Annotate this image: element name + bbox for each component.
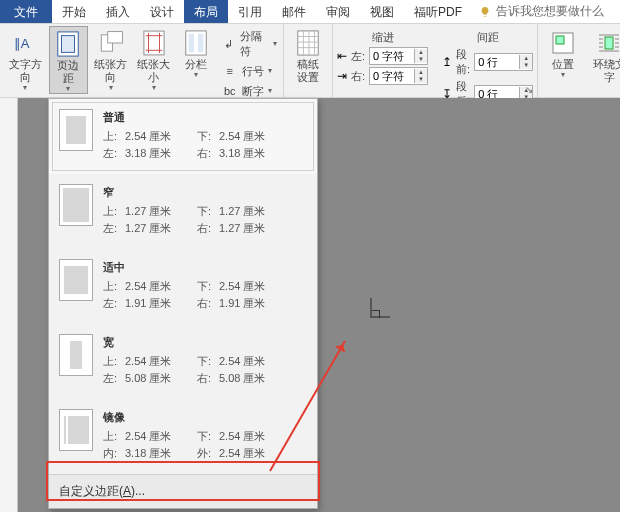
draft-paper-button[interactable]: 稿纸 设置 (288, 26, 328, 84)
indent-right-input[interactable]: ▲▼ (369, 67, 428, 85)
page-corner (350, 278, 390, 318)
margin-option-3[interactable]: 宽上:2.54 厘米下:2.54 厘米左:5.08 厘米右:5.08 厘米 (49, 324, 317, 399)
tab-home[interactable]: 开始 (52, 0, 96, 23)
tab-file[interactable]: 文件 (0, 0, 52, 23)
columns-icon (180, 28, 212, 58)
margin-option-name: 窄 (103, 184, 307, 201)
svg-rect-5 (144, 31, 164, 55)
margin-option-2[interactable]: 适中上:2.54 厘米下:2.54 厘米左:1.91 厘米右:1.91 厘米 (49, 249, 317, 324)
margin-option-name: 镜像 (103, 409, 307, 426)
svg-rect-7 (189, 34, 195, 53)
margins-icon (52, 29, 84, 59)
svg-rect-9 (298, 31, 318, 55)
tab-layout[interactable]: 布局 (184, 0, 228, 23)
svg-rect-11 (556, 36, 564, 44)
custom-margins-item[interactable]: 自定义边距(A)... (49, 474, 317, 508)
chevron-down-icon: ▾ (152, 84, 156, 92)
margin-thumb-icon (59, 334, 93, 376)
indent-right-icon: ⇥ (337, 69, 347, 83)
margin-option-name: 宽 (103, 334, 307, 351)
spin-down[interactable]: ▼ (415, 56, 427, 63)
tell-me[interactable]: 告诉我您想要做什么 (472, 0, 604, 23)
position-icon (547, 28, 579, 58)
orientation-icon (95, 28, 127, 58)
tab-review[interactable]: 审阅 (316, 0, 360, 23)
cursor-marker (372, 310, 382, 320)
tell-me-text: 告诉我您想要做什么 (496, 3, 604, 20)
wrap-text-icon (593, 28, 620, 58)
bulb-icon (478, 5, 492, 19)
margin-thumb-icon (59, 409, 93, 451)
orientation-button[interactable]: 纸张方向 ▾ (92, 26, 131, 92)
hyphenation-icon: bc (222, 83, 238, 99)
line-numbers-button[interactable]: ≡行号▾ (220, 62, 279, 80)
margin-option-name: 适中 (103, 259, 307, 276)
indent-left-icon: ⇤ (337, 49, 347, 63)
margin-option-0[interactable]: 普通上:2.54 厘米下:2.54 厘米左:3.18 厘米右:3.18 厘米 (49, 99, 317, 174)
tab-mail[interactable]: 邮件 (272, 0, 316, 23)
chevron-down-icon: ▾ (23, 84, 27, 92)
spin-down[interactable]: ▼ (520, 62, 532, 69)
margin-option-1[interactable]: 窄上:1.27 厘米下:1.27 厘米左:1.27 厘米右:1.27 厘米 (49, 174, 317, 249)
indent-left-input[interactable]: ▲▼ (369, 47, 428, 65)
breaks-icon: ↲ (222, 36, 236, 52)
svg-rect-8 (198, 34, 204, 53)
text-direction-icon: ∥A (9, 28, 41, 58)
spin-up[interactable]: ▲ (520, 55, 532, 62)
margins-dropdown: 普通上:2.54 厘米下:2.54 厘米左:3.18 厘米右:3.18 厘米窄上… (48, 98, 318, 509)
svg-rect-12 (605, 37, 613, 49)
indent-title: 缩进 (337, 30, 428, 45)
tab-references[interactable]: 引用 (228, 0, 272, 23)
spacing-title: 间距 (442, 30, 533, 45)
margin-option-name: 普通 (103, 109, 307, 126)
margin-thumb-icon (59, 184, 93, 226)
chevron-down-icon: ▾ (194, 71, 198, 79)
spin-up[interactable]: ▲ (415, 49, 427, 56)
columns-button[interactable]: 分栏 ▾ (177, 26, 216, 79)
page-size-icon (138, 28, 170, 58)
margin-option-4[interactable]: 镜像上:2.54 厘米下:2.54 厘米内:3.18 厘米外:2.54 厘米 (49, 399, 317, 474)
svg-rect-4 (108, 32, 123, 43)
line-numbers-icon: ≡ (222, 63, 238, 79)
tab-design[interactable]: 设计 (140, 0, 184, 23)
breaks-button[interactable]: ↲分隔符▾ (220, 28, 279, 60)
tab-view[interactable]: 视图 (360, 0, 404, 23)
spin-up[interactable]: ▲ (415, 69, 427, 76)
size-button[interactable]: 纸张大小 ▾ (134, 26, 173, 92)
margins-button[interactable]: 页边距 ▾ (49, 26, 88, 94)
spin-down[interactable]: ▼ (415, 76, 427, 83)
space-before-icon: ↥ (442, 55, 452, 69)
ribbon: ∥A 文字方向 ▾ 页边距 ▾ 纸张方向 ▾ (0, 24, 620, 98)
chevron-down-icon: ▾ (109, 84, 113, 92)
svg-text:∥A: ∥A (14, 36, 30, 51)
paragraph-launcher[interactable]: ↘ (523, 83, 535, 95)
space-before-input[interactable]: ▲▼ (474, 53, 533, 71)
position-button[interactable]: 位置 ▾ (542, 26, 584, 79)
text-direction-button[interactable]: ∥A 文字方向 ▾ (6, 26, 45, 92)
tab-bar: 文件 开始 插入 设计 布局 引用 邮件 审阅 视图 福听PDF 告诉我您想要做… (0, 0, 620, 24)
margin-thumb-icon (59, 259, 93, 301)
chevron-down-icon: ▾ (66, 85, 70, 93)
tab-foxit[interactable]: 福听PDF (404, 0, 472, 23)
wrap-text-button[interactable]: 环绕文字 (588, 26, 620, 84)
svg-rect-2 (62, 36, 75, 53)
vertical-ruler (0, 98, 18, 512)
tab-insert[interactable]: 插入 (96, 0, 140, 23)
margin-thumb-icon (59, 109, 93, 151)
draft-paper-icon (292, 28, 324, 58)
